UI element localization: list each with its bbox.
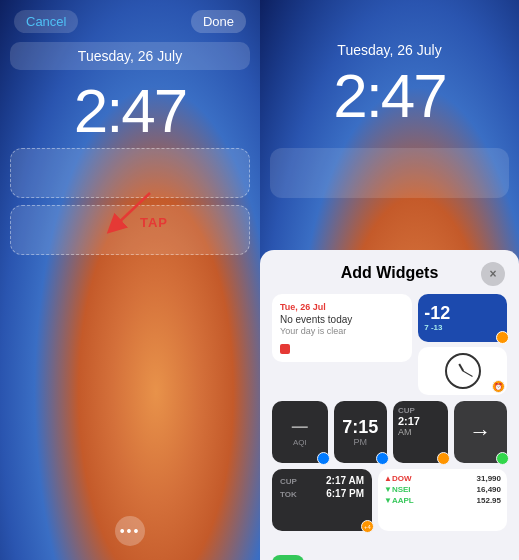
arrow-icon: →: [469, 419, 491, 445]
aapl-label: ▼AAPL: [384, 496, 414, 505]
left-date-container: Tuesday, 26 July: [10, 42, 250, 70]
cal-icon-small: [280, 344, 290, 354]
dow-label: ▲DOW: [384, 474, 411, 483]
cal-sub: Your day is clear: [280, 326, 404, 336]
svg-line-0: [114, 193, 150, 227]
left-top-bar: Cancel Done: [0, 10, 260, 33]
temp-value: -12: [424, 304, 450, 322]
city-badge: +4: [361, 520, 374, 533]
time-value: 7:15: [342, 418, 378, 436]
cup-badge: [437, 452, 450, 465]
cup-time1: 2:17: [398, 415, 443, 427]
widget-row-1: Tue, 26 Jul No events today Your day is …: [272, 294, 507, 395]
batteries-icon: 🔋: [272, 555, 304, 560]
cup-label: CUP: [398, 406, 443, 415]
aqi-widget[interactable]: — AQI: [272, 401, 328, 463]
sheet-close-button[interactable]: ×: [481, 262, 505, 286]
aapl-val: 152.95: [477, 496, 501, 505]
right-widget-area: [270, 148, 509, 198]
clock-minute-hand: [462, 371, 472, 377]
right-widget-group: -12 7 -13 ⏰: [418, 294, 507, 395]
right-time: 2:47: [260, 60, 519, 131]
temp-badge: [496, 331, 509, 344]
right-phone-screen: Tuesday, 26 July 2:47 Add Widgets × Tue,…: [260, 0, 519, 560]
nsei-label: ▼NSEI: [384, 485, 411, 494]
stocks-widget[interactable]: ▲DOW 31,990 ▼NSEI 16,490 ▼AAPL 152.95: [378, 469, 507, 531]
nsei-val: 16,490: [477, 485, 501, 494]
dow-val: 31,990: [477, 474, 501, 483]
time-badge: [376, 452, 389, 465]
aqi-value: —: [280, 418, 320, 436]
aqi-badge: [317, 452, 330, 465]
city2-label: TOK: [280, 490, 297, 499]
right-date-text: Tuesday, 26 July: [260, 42, 519, 58]
sheet-title: Add Widgets: [341, 264, 439, 282]
sheet-header: Add Widgets ×: [260, 250, 519, 290]
batteries-list-item[interactable]: 🔋 Batteries ›: [272, 545, 507, 560]
tap-arrow-icon: [100, 185, 160, 240]
temp-range: 7 -13: [424, 323, 442, 332]
clock-face: [445, 353, 481, 389]
left-phone-screen: Cancel Done Tuesday, 26 July 2:47 TAP ••…: [0, 0, 260, 560]
add-widgets-sheet: Add Widgets × Tue, 26 Jul No events toda…: [260, 250, 519, 560]
done-button[interactable]: Done: [191, 10, 246, 33]
city-times-widget[interactable]: CUP 2:17 AM TOK 6:17 PM +4: [272, 469, 372, 531]
cal-date: Tue, 26 Jul: [280, 302, 404, 312]
time-label: PM: [354, 437, 368, 447]
cal-title: No events today: [280, 314, 404, 325]
cup-am: AM: [398, 427, 443, 437]
cancel-button[interactable]: Cancel: [14, 10, 78, 33]
city1-label: CUP: [280, 477, 297, 486]
left-date-text: Tuesday, 26 July: [78, 48, 182, 64]
widget-row-3: CUP 2:17 AM TOK 6:17 PM +4 ▲DOW 31,990: [272, 469, 507, 531]
calendar-widget[interactable]: Tue, 26 Jul No events today Your day is …: [272, 294, 412, 362]
widgets-grid: Tue, 26 Jul No events today Your day is …: [260, 290, 519, 545]
temp-widget[interactable]: -12 7 -13: [418, 294, 507, 342]
clock-badge: ⏰: [492, 380, 505, 393]
aqi-label: AQI: [280, 438, 320, 447]
cup-widget[interactable]: CUP 2:17 AM: [393, 401, 448, 463]
left-time: 2:47: [0, 75, 260, 146]
arrow-badge: [496, 452, 509, 465]
clock-widget[interactable]: ⏰: [418, 347, 507, 395]
arrow-widget[interactable]: →: [454, 401, 507, 463]
time-widget[interactable]: 7:15 PM: [334, 401, 387, 463]
dots-button[interactable]: •••: [115, 516, 145, 546]
city2-time: 6:17 PM: [326, 488, 364, 499]
sheet-list: 🔋 Batteries › 📅 Calendar ›: [260, 545, 519, 560]
widget-row-2: — AQI 7:15 PM CUP 2:17 AM: [272, 401, 507, 463]
city1-time: 2:17 AM: [326, 475, 364, 486]
